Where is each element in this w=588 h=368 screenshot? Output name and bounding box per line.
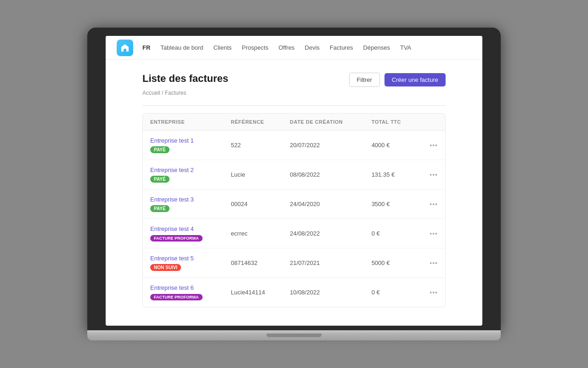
company-link-4[interactable]: Entreprise test 5: [150, 255, 216, 262]
row-menu-button-0[interactable]: [430, 142, 438, 149]
cell-total-1: 131.35 €: [364, 160, 418, 190]
nav-dashboard[interactable]: Tableau de bord: [160, 44, 203, 51]
laptop-notch: [266, 334, 322, 337]
nav-devis[interactable]: Devis: [305, 44, 320, 51]
cell-date-4: 21/07/2021: [283, 248, 364, 278]
table-row: Entreprise test 4 FACTURE PROFORMA ecrre…: [143, 219, 445, 248]
cell-company-2: Entreprise test 3 PAYÉ: [143, 190, 224, 219]
cell-total-4: 5000 €: [364, 248, 418, 278]
col-total: TOTAL TTC: [364, 114, 418, 131]
cell-total-2: 3500 €: [364, 190, 418, 219]
screen-bezel: FR Tableau de bord Clients Prospects Off…: [87, 28, 501, 330]
nav-clients[interactable]: Clients: [214, 44, 232, 51]
cell-total-0: 4000 €: [364, 131, 418, 160]
table-row: Entreprise test 1 PAYÉ 522 20/07/2022 40…: [143, 131, 445, 160]
nav-tva[interactable]: TVA: [400, 44, 411, 51]
cell-reference-0: 522: [224, 131, 283, 160]
screen: FR Tableau de bord Clients Prospects Off…: [106, 36, 482, 326]
cell-company-0: Entreprise test 1 PAYÉ: [143, 131, 224, 160]
nav-factures[interactable]: Factures: [330, 44, 353, 51]
company-link-2[interactable]: Entreprise test 3: [150, 196, 216, 203]
app-logo[interactable]: [117, 40, 133, 56]
cell-date-0: 20/07/2022: [283, 131, 364, 160]
cell-total-3: 0 €: [364, 219, 418, 248]
breadcrumb: Accueil / Factures: [142, 90, 446, 96]
cell-reference-1: Lucie: [224, 160, 283, 190]
main-nav: FR Tableau de bord Clients Prospects Off…: [106, 36, 482, 60]
cell-reference-2: 00024: [224, 190, 283, 219]
company-link-5[interactable]: Entreprise test 6: [150, 284, 216, 291]
row-menu-button-2[interactable]: [430, 201, 438, 208]
table-header-row: ENTREPRISE RÉFÉRENCE DATE DE CRÉATION TO…: [143, 114, 445, 131]
cell-company-3: Entreprise test 4 FACTURE PROFORMA: [143, 219, 224, 248]
nav-items: FR Tableau de bord Clients Prospects Off…: [142, 44, 411, 51]
col-date: DATE DE CRÉATION: [283, 114, 364, 131]
cell-actions-1[interactable]: [418, 160, 445, 190]
table-body: Entreprise test 1 PAYÉ 522 20/07/2022 40…: [143, 131, 445, 307]
col-entreprise: ENTREPRISE: [143, 114, 224, 131]
nav-prospects[interactable]: Prospects: [242, 44, 268, 51]
row-menu-button-1[interactable]: [430, 172, 438, 178]
nav-depenses[interactable]: Dépenses: [363, 44, 390, 51]
main-content: Liste des factures Filtrer Créer une fac…: [106, 60, 482, 326]
cell-total-5: 0 €: [364, 278, 418, 307]
nav-offres[interactable]: Offres: [278, 44, 294, 51]
breadcrumb-sep: /: [160, 90, 165, 96]
company-link-0[interactable]: Entreprise test 1: [150, 137, 216, 144]
cell-date-3: 24/08/2022: [283, 219, 364, 248]
table-head: ENTREPRISE RÉFÉRENCE DATE DE CRÉATION TO…: [143, 114, 445, 131]
cell-company-5: Entreprise test 6 FACTURE PROFORMA: [143, 278, 224, 307]
row-menu-button-4[interactable]: [430, 260, 438, 267]
table-row: Entreprise test 3 PAYÉ 00024 24/04/2020 …: [143, 190, 445, 219]
page-header: Liste des factures Filtrer Créer une fac…: [142, 73, 446, 87]
page-title: Liste des factures: [142, 73, 228, 85]
row-menu-button-5[interactable]: [430, 289, 438, 296]
col-actions: [418, 114, 445, 131]
laptop-base: [87, 330, 501, 340]
breadcrumb-current: Factures: [165, 90, 187, 96]
cell-reference-5: Lucie414114: [224, 278, 283, 307]
cell-actions-5[interactable]: [418, 278, 445, 307]
table-row: Entreprise test 5 NON SUIVI 08714632 21/…: [143, 248, 445, 278]
invoices-table-container: ENTREPRISE RÉFÉRENCE DATE DE CRÉATION TO…: [142, 113, 446, 307]
status-badge-2: PAYÉ: [150, 205, 170, 212]
cell-actions-0[interactable]: [418, 131, 445, 160]
company-link-3[interactable]: Entreprise test 4: [150, 225, 216, 232]
nav-lang[interactable]: FR: [142, 44, 150, 51]
table-row: Entreprise test 2 PAYÉ Lucie 08/08/2022 …: [143, 160, 445, 190]
cell-actions-4[interactable]: [418, 248, 445, 278]
cell-company-1: Entreprise test 2 PAYÉ: [143, 160, 224, 190]
table-row: Entreprise test 6 FACTURE PROFORMA Lucie…: [143, 278, 445, 307]
divider: [142, 105, 446, 106]
cell-company-4: Entreprise test 5 NON SUIVI: [143, 248, 224, 278]
company-link-1[interactable]: Entreprise test 2: [150, 167, 216, 173]
cell-date-5: 10/08/2022: [283, 278, 364, 307]
cell-actions-2[interactable]: [418, 190, 445, 219]
status-badge-0: PAYÉ: [150, 146, 170, 153]
status-badge-5: FACTURE PROFORMA: [150, 294, 203, 300]
cell-date-2: 24/04/2020: [283, 190, 364, 219]
status-badge-1: PAYÉ: [150, 176, 170, 183]
cell-reference-3: ecrrec: [224, 219, 283, 248]
status-badge-3: FACTURE PROFORMA: [150, 235, 203, 242]
create-invoice-button[interactable]: Créer une facture: [384, 73, 446, 86]
filter-button[interactable]: Filtrer: [349, 73, 380, 87]
header-actions: Filtrer Créer une facture: [349, 73, 446, 87]
breadcrumb-home[interactable]: Accueil: [142, 90, 160, 96]
laptop-frame: FR Tableau de bord Clients Prospects Off…: [87, 28, 501, 340]
status-badge-4: NON SUIVI: [150, 264, 181, 271]
cell-actions-3[interactable]: [418, 219, 445, 248]
row-menu-button-3[interactable]: [430, 230, 438, 237]
col-reference: RÉFÉRENCE: [224, 114, 283, 131]
cell-date-1: 08/08/2022: [283, 160, 364, 190]
cell-reference-4: 08714632: [224, 248, 283, 278]
invoices-table: ENTREPRISE RÉFÉRENCE DATE DE CRÉATION TO…: [143, 114, 445, 307]
